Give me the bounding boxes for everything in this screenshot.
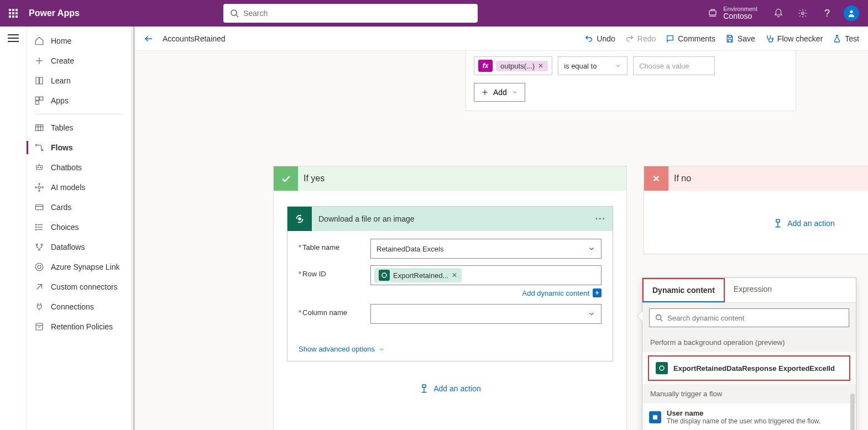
test-button[interactable]: Test (833, 34, 859, 43)
if-yes-header[interactable]: If yes (274, 166, 626, 191)
dyn-scrollbar[interactable] (850, 394, 855, 430)
nav-learn[interactable]: Learn (27, 71, 131, 91)
svg-point-47 (382, 273, 386, 277)
nav-retention[interactable]: Retention Policies (27, 317, 131, 337)
dyn-item-user-name[interactable]: User name The display name of the user w… (642, 403, 856, 430)
dynamic-content-search[interactable] (649, 308, 849, 327)
add-action-button[interactable]: Add an action (644, 218, 868, 228)
if-no-header[interactable]: If no (644, 166, 868, 191)
nav-dataflows[interactable]: Dataflows (27, 237, 131, 257)
nav-label: Apps (51, 96, 69, 105)
row-id-input[interactable]: ExportRetained... ✕ (370, 265, 602, 285)
nav-connections[interactable]: Connections (27, 297, 131, 317)
help-icon: ? (824, 8, 830, 19)
remove-token-button[interactable]: ✕ (452, 271, 457, 279)
x-icon (644, 166, 668, 191)
table-name-dropdown[interactable]: RetainedData Excels (370, 239, 602, 259)
nav-ai-models[interactable]: AI models (27, 177, 131, 197)
add-dynamic-content-icon[interactable]: + (593, 289, 602, 297)
condition-operator-dropdown[interactable]: is equal to (558, 56, 628, 75)
svg-point-35 (36, 244, 38, 245)
svg-rect-39 (36, 323, 43, 330)
dyn-item-exported-excel-id[interactable]: ExportRetainedDataResponse ExportedExcel… (648, 355, 850, 381)
apps-icon (34, 96, 44, 106)
search-icon (230, 9, 239, 18)
svg-point-46 (299, 218, 301, 220)
column-name-dropdown[interactable] (370, 304, 602, 324)
app-title: Power Apps (29, 8, 80, 18)
connector-icon (34, 282, 44, 292)
tab-dynamic-content[interactable]: Dynamic content (642, 278, 725, 302)
svg-rect-27 (35, 205, 43, 210)
fx-icon: fx (478, 60, 493, 72)
nav-apps[interactable]: Apps (27, 91, 131, 111)
expression-token[interactable]: outputs(...) ✕ (496, 61, 548, 71)
left-rail (0, 27, 27, 430)
nav-label: Create (51, 56, 74, 65)
dynamic-token[interactable]: ExportRetained... ✕ (374, 268, 462, 282)
if-yes-branch: If yes Download a file or an image ··· (273, 166, 627, 430)
stethoscope-icon (765, 34, 774, 43)
environment-picker[interactable]: Environment Contoso (699, 6, 766, 20)
global-search[interactable] (223, 4, 478, 23)
help-button[interactable]: ? (815, 0, 839, 27)
nav-toggle-button[interactable] (8, 34, 19, 42)
back-button[interactable] (144, 34, 154, 44)
retention-icon (34, 322, 44, 332)
flow-canvas[interactable]: fx outputs(...) ✕ is equal to Choose a v… (135, 51, 868, 430)
svg-point-56 (656, 315, 661, 320)
nav-label: Chatbots (51, 163, 82, 172)
tab-expression[interactable]: Expression (725, 278, 781, 302)
nav-connectors[interactable]: Custom connectors (27, 277, 131, 297)
nav-choices[interactable]: Choices (27, 217, 131, 237)
add-dynamic-content-link[interactable]: Add dynamic content (522, 289, 589, 297)
nav-label: Home (51, 36, 71, 45)
add-action-button[interactable]: Add an action (274, 384, 626, 394)
svg-point-38 (35, 263, 43, 271)
nav-tables[interactable]: Tables (27, 118, 131, 138)
comment-icon (666, 34, 674, 43)
callout-pointer (637, 311, 642, 321)
nav-create[interactable]: Create (27, 51, 131, 71)
comments-button[interactable]: Comments (666, 34, 715, 43)
undo-button[interactable]: Undo (584, 34, 615, 43)
condition-left-operand[interactable]: fx outputs(...) ✕ (474, 56, 552, 75)
action-card-header[interactable]: Download a file or an image ··· (287, 207, 613, 231)
svg-rect-2 (709, 11, 716, 15)
dataverse-icon (379, 270, 390, 281)
nav-home[interactable]: Home (27, 31, 131, 51)
nav-label: Connections (51, 302, 94, 311)
app-launcher-button[interactable] (0, 0, 27, 27)
settings-button[interactable] (791, 0, 815, 27)
nav-cards[interactable]: Cards (27, 197, 131, 217)
book-icon (34, 76, 44, 86)
show-advanced-options-link[interactable]: Show advanced options (299, 345, 385, 361)
remove-token-button[interactable]: ✕ (538, 62, 543, 70)
svg-point-37 (39, 249, 40, 250)
save-button[interactable]: Save (725, 34, 755, 43)
chevron-down-icon (615, 62, 621, 69)
account-button[interactable] (839, 0, 864, 27)
command-bar: AccountsRetained Undo Redo Comments Save… (135, 27, 868, 51)
nav-label: Azure Synapse Link (51, 263, 120, 271)
action-title: Download a file or an image (318, 214, 415, 223)
svg-point-24 (39, 190, 40, 191)
plus-icon (34, 56, 44, 66)
dyn-group-header: Perform a background operation (preview) (642, 333, 856, 352)
global-search-input[interactable] (243, 9, 471, 18)
dynamic-content-search-input[interactable] (667, 314, 843, 322)
nav-synapse[interactable]: Azure Synapse Link (27, 257, 131, 277)
action-more-button[interactable]: ··· (595, 214, 606, 224)
nav-flows[interactable]: Flows (27, 138, 131, 158)
nav-chatbots[interactable]: Chatbots (27, 158, 131, 177)
home-icon (34, 36, 44, 46)
search-icon (655, 314, 663, 322)
svg-point-26 (42, 187, 43, 188)
add-condition-row-button[interactable]: Add (474, 83, 525, 102)
branch-title: If yes (304, 174, 325, 183)
side-nav: Home Create Learn Apps Tables Flows Chat… (27, 27, 132, 430)
svg-rect-11 (35, 101, 39, 104)
notifications-button[interactable] (766, 0, 791, 27)
flow-checker-button[interactable]: Flow checker (765, 34, 823, 43)
condition-value-input[interactable]: Choose a value (633, 56, 715, 75)
